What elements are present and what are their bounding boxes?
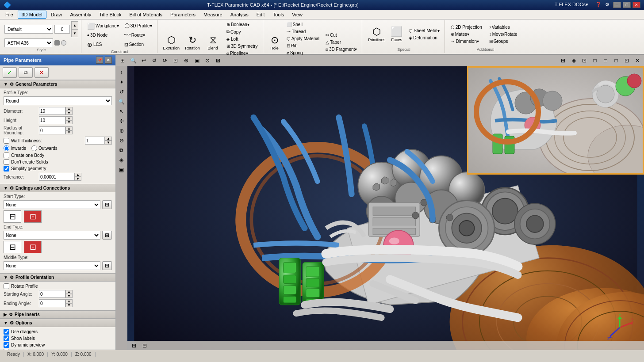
start-type-select[interactable]: None	[4, 200, 100, 209]
cut-button[interactable]: ✂ Cut	[323, 32, 359, 38]
sa-spin-down[interactable]: ▼	[65, 294, 73, 298]
height-input[interactable]	[39, 116, 65, 124]
sa-spin-up[interactable]: ▲	[65, 290, 73, 294]
menu-item-analysis[interactable]: Analysis	[227, 11, 252, 18]
ea-spin-up[interactable]: ▲	[65, 299, 73, 303]
vp-btn-more6[interactable]: ⊡	[622, 56, 632, 65]
ending-angle-input[interactable]	[39, 299, 65, 307]
deformation-button[interactable]: ◈ Deformation	[406, 34, 441, 41]
vp-btn-more2[interactable]: ⊡	[579, 56, 589, 65]
start-type-extra-btn[interactable]: ⊞	[102, 200, 112, 209]
end-type-extra-btn[interactable]: ⊞	[102, 231, 112, 240]
menu-item-titleblock[interactable]: Title Block	[96, 11, 125, 18]
tolerance-input[interactable]	[39, 173, 74, 181]
material-select[interactable]: ASTM A36	[4, 38, 53, 47]
vp-btn-close-view[interactable]: ✕	[632, 56, 642, 65]
symmetry-button[interactable]: ⊞ 3D Symmetry	[224, 43, 260, 50]
extrusion-button[interactable]: ⬡ Extrusion	[161, 33, 182, 52]
outwards-radio[interactable]	[31, 145, 37, 151]
help-icon[interactable]: ❓	[595, 2, 602, 8]
height-spin-down[interactable]: ▼	[65, 120, 73, 124]
vp-btn-select[interactable]: ⊛	[181, 56, 191, 65]
move-rotate-button[interactable]: ↕ Move/Rotate	[487, 31, 520, 38]
menu-item-3dmodel[interactable]: 3D Model	[18, 11, 46, 19]
diameter-input[interactable]	[39, 107, 65, 115]
menu-item-assembly[interactable]: Assembly	[66, 11, 95, 18]
boolean-button[interactable]: ⊕ Boolean▾	[224, 21, 260, 28]
dimension-button[interactable]: ↔ Dimension▾	[448, 38, 484, 45]
rotate-profile-checkbox[interactable]	[4, 283, 9, 289]
apply-material-button[interactable]: ⬡ Apply Material	[284, 35, 322, 42]
lvp-btn-pan[interactable]: ✦	[117, 78, 126, 87]
end-type-select[interactable]: None	[4, 231, 100, 240]
vp-btn-grid[interactable]: ⊞	[118, 56, 127, 65]
vp-btn-render[interactable]: ▣	[192, 56, 202, 65]
diameter-spin-down[interactable]: ▼	[65, 111, 73, 115]
thread-button[interactable]: 〰 Thread	[284, 28, 322, 35]
tol-spin-down[interactable]: ▼	[74, 177, 81, 181]
menu-item-bom[interactable]: Bill of Materials	[126, 11, 166, 18]
create-driving-dimensions-checkbox[interactable]	[4, 349, 9, 350]
primitives-button[interactable]: ⬡ Primitives	[366, 25, 387, 43]
profile-type-select[interactable]: Round Square Rectangle	[4, 96, 112, 105]
dont-create-solids-checkbox[interactable]	[4, 159, 9, 165]
wall-thickness-input[interactable]	[85, 137, 105, 145]
mates-button[interactable]: ⊕ Mates▾	[448, 31, 484, 38]
cancel-button[interactable]: ✕	[34, 67, 49, 78]
diameter-spin-up[interactable]: ▲	[65, 107, 73, 111]
vp-btn-more5[interactable]: □	[611, 56, 621, 65]
rib-button[interactable]: ⊟ Rib	[284, 42, 322, 49]
section-button[interactable]: ⧈ Section	[122, 40, 154, 49]
blend-button[interactable]: ⧖ Blend	[203, 33, 222, 52]
lvp-btn-tools1[interactable]: ✢	[117, 117, 126, 126]
create-one-body-checkbox[interactable]	[4, 152, 9, 158]
vp-bottom-btn1[interactable]: ⊞	[129, 341, 139, 350]
viewport[interactable]: ⊞ 🔍 ↩ ↺ ⟳ ⊡ ⊛ ▣ ⊙ ⊠ ⊞ ◈ ⊡ □ □ □ ⊡ ✕ ↕ ✦ …	[116, 55, 644, 350]
height-spin-up[interactable]: ▲	[65, 116, 73, 120]
hole-button[interactable]: ⊙ Hole	[267, 33, 283, 52]
lvp-btn-measure[interactable]: ⊖	[117, 136, 126, 145]
maximize-button[interactable]: □	[623, 2, 631, 8]
style-select[interactable]: Default	[4, 25, 53, 34]
2dprojection-button[interactable]: ⬡ 2D Projection	[448, 24, 484, 30]
close-button[interactable]: ✕	[632, 2, 640, 8]
loft-button[interactable]: ◈ Loft	[224, 36, 260, 42]
copy-button[interactable]: ⧉ Copy	[224, 28, 260, 35]
menu-item-measure[interactable]: Measure	[200, 11, 226, 18]
minimize-button[interactable]: ─	[613, 2, 621, 8]
lvp-btn-render2[interactable]: ⧉	[117, 146, 126, 155]
radius-spin-down[interactable]: ▼	[65, 130, 73, 134]
simplify-geometry-checkbox[interactable]	[4, 166, 9, 171]
menu-item-edit[interactable]: Edit	[253, 11, 268, 18]
general-parameters-header[interactable]: ▼ ⚙ General Parameters	[0, 80, 115, 88]
route-button[interactable]: 〰 Route▾	[122, 30, 154, 39]
spin-down[interactable]: ▼	[71, 29, 78, 37]
lvp-btn-zoom2[interactable]: 🔍	[117, 97, 126, 106]
options-header[interactable]: ▼ ⚙ Options	[0, 319, 115, 327]
middle-type-select[interactable]: None	[4, 261, 100, 270]
menu-item-view[interactable]: View	[288, 11, 306, 18]
menu-item-parameters[interactable]: Parameters	[167, 11, 199, 18]
use-draggers-checkbox[interactable]	[4, 329, 9, 335]
3dfragment-button[interactable]: ⧈ 3D Fragment▾	[323, 46, 359, 53]
wall-thickness-checkbox[interactable]	[4, 138, 9, 144]
3dprofile-button[interactable]: ⬡ 3D Profile▾	[122, 21, 154, 30]
lvp-btn-cursor[interactable]: ↖	[117, 107, 126, 116]
vp-btn-redo[interactable]: ↺	[150, 56, 159, 65]
vp-btn-undo[interactable]: ↩	[139, 56, 149, 65]
inwards-radio[interactable]	[4, 145, 9, 151]
style-num-input[interactable]	[54, 25, 70, 34]
taper-button[interactable]: △ Taper	[323, 39, 359, 46]
panel-pin-button[interactable]: 📌	[96, 57, 103, 64]
wt-spin-up[interactable]: ▲	[105, 137, 112, 141]
ea-spin-down[interactable]: ▼	[65, 303, 73, 307]
3dnode-button[interactable]: • 3D Node	[85, 31, 121, 40]
vp-bottom-btn2[interactable]: ⊟	[140, 341, 150, 350]
vp-btn-more4[interactable]: □	[601, 56, 610, 65]
shell-button[interactable]: ⬜ Shell	[284, 21, 322, 28]
lcs-button[interactable]: ⊕ LCS	[85, 40, 121, 49]
middle-type-extra-btn[interactable]: ⊞	[102, 261, 112, 270]
workplane-button[interactable]: ⬜ Workplane▾	[85, 22, 121, 30]
lvp-btn-select[interactable]: ↕	[117, 68, 126, 77]
ok-button[interactable]: ✓	[3, 67, 17, 78]
